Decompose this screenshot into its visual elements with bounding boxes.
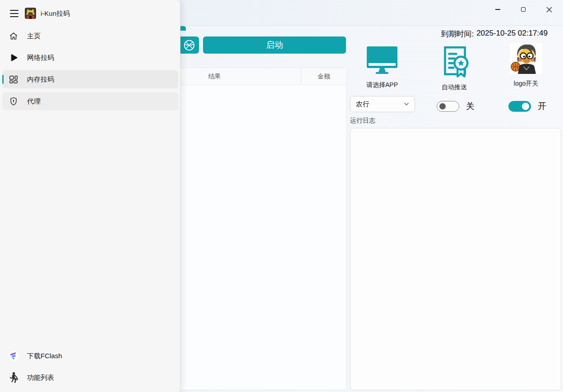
- certificate-icon: [439, 44, 470, 79]
- app-select-label: 请选择APP: [350, 81, 414, 89]
- home-icon: [8, 31, 19, 41]
- app-dropdown-value: 农行: [356, 100, 369, 109]
- app-select-group: 请选择APP: [350, 45, 414, 89]
- auto-push-group: 自动推送: [424, 44, 485, 91]
- expiry-time: 到期时间: 2025-10-25 02:17:49: [441, 29, 548, 39]
- run-log-label: 运行日志: [350, 117, 375, 125]
- minimize-icon: [495, 9, 500, 9]
- logo-switch-state: 开: [538, 101, 546, 112]
- menu-toggle-button[interactable]: [7, 7, 21, 20]
- sidebar-item-label: 下载FClash: [27, 347, 62, 365]
- sidebar-item-memory-selected[interactable]: 内存拉码: [2, 70, 178, 88]
- auto-push-toggle[interactable]: [437, 101, 459, 112]
- sidebar-item-proxy[interactable]: 代理: [2, 92, 178, 110]
- avatar: [510, 43, 542, 74]
- hamburger-icon: [10, 16, 18, 17]
- shield-icon: [8, 96, 19, 107]
- sidebar-item-label: 网络拉码: [27, 49, 54, 67]
- sidebar-item-label: 功能列表: [27, 369, 54, 387]
- sidebar-item-network[interactable]: 网络拉码: [2, 49, 178, 67]
- expiry-value: 2025-10-25 02:17:49: [476, 29, 548, 39]
- close-button[interactable]: [539, 2, 559, 17]
- minimize-button[interactable]: [487, 2, 508, 17]
- app-window: { "app": { "title": "i-Kun拉码" }, "colors…: [0, 0, 563, 392]
- sidebar-header: i-Kun拉码: [0, 0, 180, 26]
- logo-switch-toggle[interactable]: [508, 101, 531, 112]
- player-icon: [8, 372, 19, 383]
- grid-icon: [8, 74, 19, 85]
- start-button[interactable]: 启动: [203, 36, 346, 54]
- avatar-illustration: [510, 43, 542, 74]
- close-icon: [546, 7, 552, 13]
- sidebar-item-label: 主页: [27, 27, 41, 45]
- selection-indicator: [2, 75, 4, 84]
- sidebar-item-label: 内存拉码: [27, 70, 54, 88]
- sidebar-item-label: 代理: [27, 92, 41, 110]
- auto-push-label: 自动推送: [424, 83, 485, 91]
- sidebar-item-download-fclash[interactable]: 下载FClash: [2, 347, 178, 365]
- maximize-button[interactable]: [513, 2, 534, 17]
- auto-push-state: 关: [466, 101, 475, 112]
- logo-switch-group: logo开关: [499, 43, 553, 88]
- monitor-icon: [365, 45, 400, 75]
- basketball-icon: [183, 39, 195, 51]
- hamburger-icon: [10, 13, 18, 14]
- app-dropdown[interactable]: 农行: [350, 96, 415, 112]
- hamburger-icon: [10, 10, 18, 11]
- toggle-knob: [439, 103, 446, 109]
- play-icon: [8, 52, 19, 63]
- app-logo-icon: [25, 8, 36, 19]
- logo-switch-label: logo开关: [499, 80, 553, 88]
- expiry-label: 到期时间:: [441, 29, 474, 39]
- sidebar-item-function-list[interactable]: 功能列表: [2, 369, 178, 387]
- toggle-knob: [522, 103, 529, 110]
- fclash-icon: [8, 351, 19, 361]
- maximize-icon: [521, 7, 526, 12]
- column-header-amount: 金额: [301, 68, 346, 85]
- app-title: i-Kun拉码: [41, 9, 70, 18]
- sidebar-item-home[interactable]: 主页: [2, 27, 178, 45]
- run-log-area: [350, 128, 561, 390]
- navigation-sidebar: i-Kun拉码 主页 网络拉码 内存拉码: [0, 0, 180, 392]
- chevron-down-icon: [404, 102, 409, 106]
